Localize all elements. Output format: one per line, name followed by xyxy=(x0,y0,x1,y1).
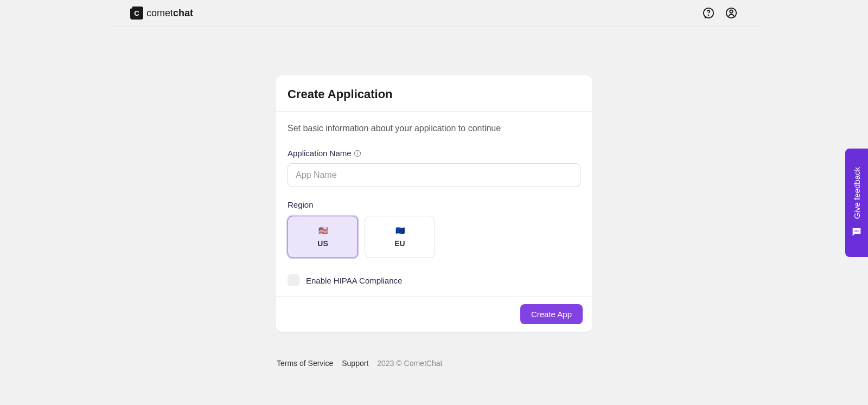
logo[interactable]: C cometchat xyxy=(130,7,193,20)
create-app-card: Create Application Set basic information… xyxy=(276,75,592,332)
feedback-tab[interactable]: Give feedback xyxy=(845,149,868,257)
help-icon[interactable] xyxy=(702,7,715,20)
feedback-label: Give feedback xyxy=(852,167,861,219)
card-title: Create Application xyxy=(288,87,580,101)
region-label: Region xyxy=(288,200,580,209)
header-actions xyxy=(702,7,738,20)
svg-point-7 xyxy=(854,231,856,232)
profile-icon[interactable] xyxy=(725,7,738,20)
svg-point-6 xyxy=(357,151,358,152)
svg-point-3 xyxy=(730,10,733,14)
logo-icon: C xyxy=(130,7,143,20)
card-subtitle: Set basic information about your applica… xyxy=(288,124,580,133)
svg-point-8 xyxy=(856,231,857,232)
region-option-eu[interactable]: 🇪🇺 EU xyxy=(365,216,435,258)
card-header: Create Application xyxy=(276,75,592,112)
logo-letter: C xyxy=(134,9,139,17)
copyright: 2023 © CometChat xyxy=(377,359,442,368)
footer: Terms of Service Support 2023 © CometCha… xyxy=(276,359,592,368)
chat-icon xyxy=(851,226,863,238)
app-name-label: Application Name xyxy=(288,149,580,158)
app-name-input[interactable] xyxy=(288,163,580,187)
hipaa-row: Enable HIPAA Compliance xyxy=(288,274,580,286)
card-body: Set basic information about your applica… xyxy=(276,112,592,296)
flag-icon-eu: 🇪🇺 xyxy=(395,226,405,235)
svg-point-1 xyxy=(709,15,709,16)
region-options: 🇺🇸 US 🇪🇺 EU xyxy=(288,216,580,258)
flag-icon-us: 🇺🇸 xyxy=(318,226,328,235)
card-footer: Create App xyxy=(276,296,592,332)
region-label-eu: EU xyxy=(394,239,405,248)
region-option-us[interactable]: 🇺🇸 US xyxy=(288,216,358,258)
header: C cometchat xyxy=(108,0,760,27)
region-label-us: US xyxy=(317,239,328,248)
create-app-button[interactable]: Create App xyxy=(520,304,583,324)
svg-point-9 xyxy=(858,231,859,232)
support-link[interactable]: Support xyxy=(342,359,368,368)
hipaa-checkbox[interactable] xyxy=(288,274,299,286)
terms-link[interactable]: Terms of Service xyxy=(277,359,333,368)
info-icon[interactable] xyxy=(354,150,361,157)
logo-text: cometchat xyxy=(146,8,193,19)
hipaa-label: Enable HIPAA Compliance xyxy=(306,276,402,285)
